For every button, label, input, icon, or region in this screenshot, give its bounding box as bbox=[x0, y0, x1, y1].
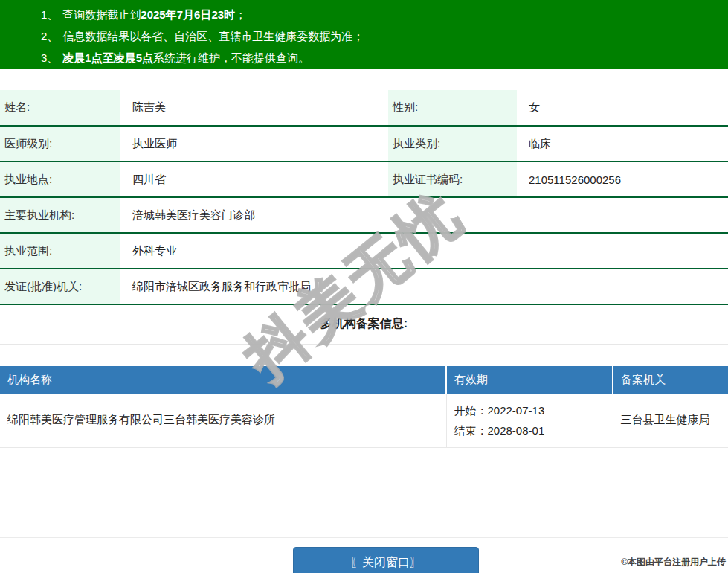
filing-authority-header: 备案机关 bbox=[613, 366, 728, 394]
info-row-name-gender: 姓名: 陈吉美 性别: 女 bbox=[0, 90, 728, 126]
doctor-level-label: 医师级别: bbox=[0, 126, 120, 161]
name-value: 陈吉美 bbox=[120, 90, 388, 126]
main-institution-value: 涪城韩美医疗美容门诊部 bbox=[120, 197, 728, 233]
gender-value: 女 bbox=[517, 90, 728, 126]
info-row-level-category: 医师级别: 执业医师 执业类别: 临床 bbox=[0, 126, 728, 161]
multi-org-section-title-row: 多机构备案信息: bbox=[0, 304, 728, 344]
notice-line-2-text: 信息数据结果以各省、自治区、直辖市卫生健康委数据为准； bbox=[62, 30, 364, 42]
info-row-practice-scope: 执业范围: 外科专业 bbox=[0, 233, 728, 269]
practitioner-info-table: 姓名: 陈吉美 性别: 女 医师级别: 执业医师 执业类别: 临床 执业地点: … bbox=[0, 90, 728, 345]
org-table-header-row: 机构名称 有效期 备案机关 bbox=[0, 366, 728, 394]
notice-line-1-number: 1、 bbox=[41, 8, 58, 21]
practice-scope-label: 执业范围: bbox=[0, 233, 120, 269]
notice-line-3-suffix: 系统进行维护，不能提供查询。 bbox=[153, 51, 309, 64]
practice-location-value: 四川省 bbox=[120, 161, 388, 197]
footer-divider bbox=[0, 537, 728, 538]
uploader-note: ©本图由平台注册用户上传 bbox=[621, 556, 726, 569]
filing-authority-value: 三台县卫生健康局 bbox=[613, 394, 728, 448]
name-label: 姓名: bbox=[0, 90, 120, 126]
practice-category-value: 临床 bbox=[517, 126, 728, 161]
notice-line-1-bold: 2025年7月6日23时 bbox=[141, 8, 235, 21]
issuing-authority-label: 发证(批准)机关: bbox=[0, 269, 120, 304]
notice-line-3: 3、凌晨1点至凌晨5点系统进行维护，不能提供查询。 bbox=[41, 47, 721, 68]
practice-category-label: 执业类别: bbox=[388, 126, 517, 161]
practice-location-label: 执业地点: bbox=[0, 161, 120, 197]
validity-end-date: 2028-08-01 bbox=[488, 424, 545, 437]
validity-start-date: 2022-07-13 bbox=[488, 404, 545, 417]
issuing-authority-value: 绵阳市涪城区政务服务和行政审批局 bbox=[120, 269, 728, 304]
org-name-value: 绵阳韩美医疗管理服务有限公司三台韩美医疗美容诊所 bbox=[0, 394, 446, 448]
notice-banner: 1、查询数据截止到2025年7月6日23时； 2、信息数据结果以各省、自治区、直… bbox=[0, 0, 728, 69]
practice-scope-value: 外科专业 bbox=[120, 233, 728, 269]
doctor-level-value: 执业医师 bbox=[120, 126, 388, 161]
info-row-main-institution: 主要执业机构: 涪城韩美医疗美容门诊部 bbox=[0, 197, 728, 233]
validity-start-line: 开始：2022-07-13 bbox=[454, 400, 613, 420]
multi-org-filing-table: 机构名称 有效期 备案机关 绵阳韩美医疗管理服务有限公司三台韩美医疗美容诊所 开… bbox=[0, 366, 728, 449]
notice-line-2-number: 2、 bbox=[41, 30, 58, 42]
validity-end-label: 结束： bbox=[454, 424, 488, 437]
validity-period-cell: 开始：2022-07-13 结束：2028-08-01 bbox=[446, 394, 613, 448]
info-row-location-cert: 执业地点: 四川省 执业证书编码: 210511526000256 bbox=[0, 161, 728, 197]
validity-end-line: 结束：2028-08-01 bbox=[454, 420, 613, 441]
info-row-issuing-authority: 发证(批准)机关: 绵阳市涪城区政务服务和行政审批局 bbox=[0, 269, 728, 304]
notice-line-1-suffix: ； bbox=[235, 8, 246, 21]
notice-line-3-number: 3、 bbox=[41, 51, 58, 64]
multi-org-section-title: 多机构备案信息: bbox=[0, 304, 728, 344]
notice-line-3-bold: 凌晨1点至凌晨5点 bbox=[62, 51, 153, 64]
org-name-header: 机构名称 bbox=[0, 366, 446, 394]
certificate-number-value: 210511526000256 bbox=[517, 161, 728, 197]
notice-line-1-text: 查询数据截止到 bbox=[62, 8, 141, 21]
certificate-number-label: 执业证书编码: bbox=[388, 161, 517, 197]
close-window-button[interactable]: 〖关闭窗口〗 bbox=[293, 547, 479, 573]
org-table-row: 绵阳韩美医疗管理服务有限公司三台韩美医疗美容诊所 开始：2022-07-13 结… bbox=[0, 394, 728, 448]
notice-line-2: 2、信息数据结果以各省、自治区、直辖市卫生健康委数据为准； bbox=[41, 25, 721, 47]
notice-line-1: 1、查询数据截止到2025年7月6日23时； bbox=[41, 4, 721, 25]
validity-start-label: 开始： bbox=[454, 404, 488, 417]
main-institution-label: 主要执业机构: bbox=[0, 197, 120, 233]
gender-label: 性别: bbox=[388, 90, 517, 126]
validity-period-header: 有效期 bbox=[446, 366, 613, 394]
